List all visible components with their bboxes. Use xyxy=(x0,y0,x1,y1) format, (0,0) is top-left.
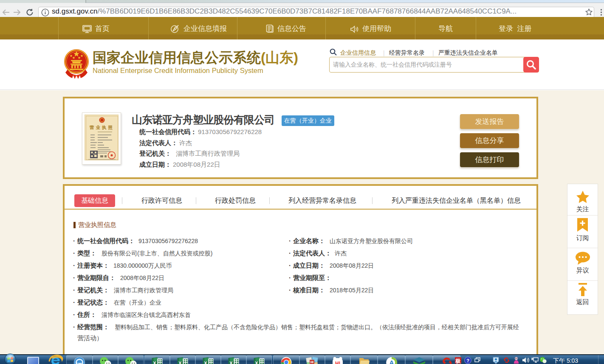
svg-text:HI: HI xyxy=(310,361,313,364)
svg-text:?: ? xyxy=(466,358,469,363)
svg-text:A: A xyxy=(389,359,394,364)
svg-text:HI: HI xyxy=(335,361,340,364)
svg-text:营业执照: 营业执照 xyxy=(89,125,114,130)
